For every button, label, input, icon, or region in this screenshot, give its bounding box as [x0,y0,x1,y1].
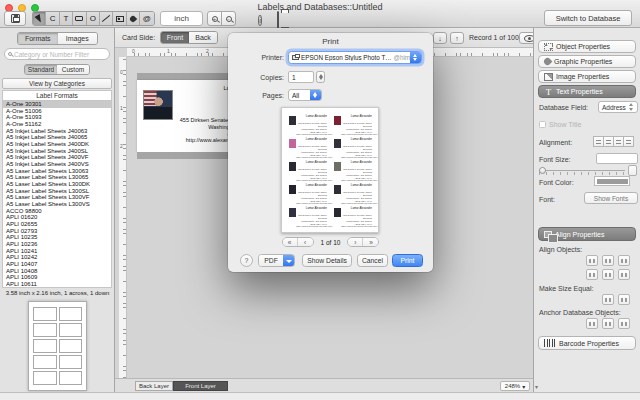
label-format-item[interactable]: APLI 10242 [3,254,111,261]
select-tool[interactable] [33,12,46,25]
text-properties-button[interactable]: T Text Properties [538,85,636,98]
canvas-zoom-control[interactable]: 248% ▾ [500,381,530,391]
object-properties-button[interactable]: Object Properties [538,40,636,53]
next-record-button[interactable]: ↑ [450,32,464,44]
make-size-equal-button[interactable] [618,294,630,305]
tab-standard[interactable]: Standard [25,65,57,74]
sheet-label-cell [33,355,57,369]
copies-stepper[interactable] [316,71,325,83]
align-objects-button[interactable] [586,255,598,266]
show-details-button[interactable]: Show Details [302,254,352,267]
label-format-item[interactable]: APLI 10611 [3,281,111,288]
label-format-item[interactable]: A5 Inkjet Label Sheets J400DK [3,141,111,148]
view-by-categories-button[interactable]: View by Categories [2,78,112,89]
label-format-item[interactable]: APLI 10236 [3,241,111,248]
last-page-button[interactable]: » [363,238,378,246]
side-front-tab[interactable]: Front [161,32,189,43]
curve-tool[interactable]: C [46,12,59,25]
preview-record-button[interactable] [519,32,533,44]
switch-to-database-button[interactable]: Switch to Database [544,10,632,26]
label-format-item[interactable]: ACCO 98800 [3,208,111,215]
help-button[interactable]: ? [240,254,253,267]
label-format-item[interactable]: A5 Inkjet Label Sheets J400VF [3,154,111,161]
back-layer-tab[interactable]: Back Layer [135,381,173,391]
show-fonts-button[interactable]: Show Fonts [584,192,638,204]
rectangle-tool[interactable] [73,12,86,25]
pdf-menu-button[interactable]: PDF [258,254,295,267]
printer-select[interactable]: EPSON Epson Stylus Photo T… @himvp's Mac… [288,51,422,64]
zoom-in-button[interactable]: + [207,11,222,26]
align-objects-button[interactable] [586,269,598,280]
anchor-objects-button[interactable] [586,318,598,329]
label-format-item[interactable]: APLI 02793 [3,228,111,235]
graphic-properties-button[interactable]: Graphic Properties [538,55,636,68]
format-search-input[interactable]: Category or Number Filter [4,48,110,60]
barcode-properties-button[interactable]: Barcode Properties [538,336,636,350]
slider-thumb[interactable] [539,167,546,174]
label-format-item[interactable]: A5 Laser Label Sheets L300DK [3,181,111,188]
label-format-item[interactable]: APLI 10235 [3,234,111,241]
align-properties-header[interactable]: Align Properties [538,227,636,241]
contact-photo[interactable] [143,90,173,120]
label-format-item[interactable]: APLI 10609 [3,274,111,281]
label-format-item[interactable]: APLI 10241 [3,248,111,255]
first-page-button[interactable]: « [283,238,298,246]
database-field-select[interactable]: Address [598,101,638,113]
line-tool[interactable] [100,12,113,25]
label-format-item[interactable]: A-One 51093 [3,114,111,121]
previous-page-button[interactable]: ‹ [298,238,313,246]
copies-input[interactable]: 1 [288,71,314,83]
text-tool[interactable]: T [60,12,73,25]
cancel-button[interactable]: Cancel [357,254,388,267]
image-properties-button[interactable]: Image Properties [538,70,636,83]
label-format-item[interactable]: A-One 51162 [3,121,111,128]
label-format-item[interactable]: A5 Laser Label Sheets L300VS [3,201,111,208]
unit-field[interactable] [160,11,203,26]
info-button[interactable]: i [258,9,262,27]
anchor-objects-button[interactable] [602,318,614,329]
label-format-item[interactable]: A5 Laser Label Sheets L300SL [3,188,111,195]
label-formats-list[interactable]: A-One 30301A-One 51006A-One 51093A-One 5… [2,101,112,288]
zoom-out-button[interactable]: - [221,11,236,26]
fill-tool[interactable] [127,12,140,25]
label-format-item[interactable]: A5 Laser Label Sheets L300VF [3,194,111,201]
side-back-tab[interactable]: Back [189,32,217,43]
font-size-stepper[interactable] [628,165,637,176]
align-objects-button[interactable] [602,255,614,266]
label-format-item[interactable]: A5 Inkjet Label Sheets J400SL [3,148,111,155]
align-objects-button[interactable] [618,255,630,266]
print-button[interactable]: Print [392,254,423,267]
font-size-slider[interactable] [539,166,625,176]
label-format-item[interactable]: APLI 02655 [3,221,111,228]
label-format-item[interactable]: A5 Laser Label Sheets L30063 [3,168,111,175]
anchor-objects-button[interactable] [618,318,630,329]
show-title-checkbox[interactable]: Show Title [539,121,581,128]
label-format-item[interactable]: A-One 51006 [3,108,111,115]
pages-select[interactable]: All [288,89,322,101]
previous-record-button[interactable]: ↓ [433,32,447,44]
image-tool[interactable] [113,12,126,25]
font-size-input[interactable] [596,153,638,164]
oval-tool[interactable]: O [87,12,100,25]
front-layer-tab[interactable]: Front Layer [173,381,228,391]
label-format-item[interactable]: A5 Inkjet Label Sheets J40063 [3,128,111,135]
align-objects-button[interactable] [618,269,630,280]
tab-formats[interactable]: Formats [18,33,58,44]
align-objects-button[interactable] [602,269,614,280]
next-page-button[interactable]: › [348,238,363,246]
label-format-item[interactable]: A5 Inkjet Label Sheets J400VS [3,161,111,168]
make-size-equal-button[interactable] [602,294,614,305]
save-button[interactable] [4,11,26,26]
align-justify-button[interactable] [623,136,634,147]
tab-custom[interactable]: Custom [57,65,89,74]
label-format-item[interactable]: APLI 01620 [3,214,111,221]
label-format-item[interactable]: A5 Laser Label Sheets L30065 [3,174,111,181]
label-format-item[interactable]: A5 Inkjet Label Sheets J40065 [3,134,111,141]
panel-scroll-down-arrow[interactable]: ▾ [535,383,538,390]
label-format-item[interactable]: APLI 10408 [3,268,111,275]
tab-images[interactable]: Images [58,33,98,44]
label-format-item[interactable]: A-One 30301 [3,101,111,108]
label-format-item[interactable]: APLI 10407 [3,261,111,268]
link-tool[interactable]: @ [140,12,153,25]
font-color-swatch[interactable] [594,176,630,186]
